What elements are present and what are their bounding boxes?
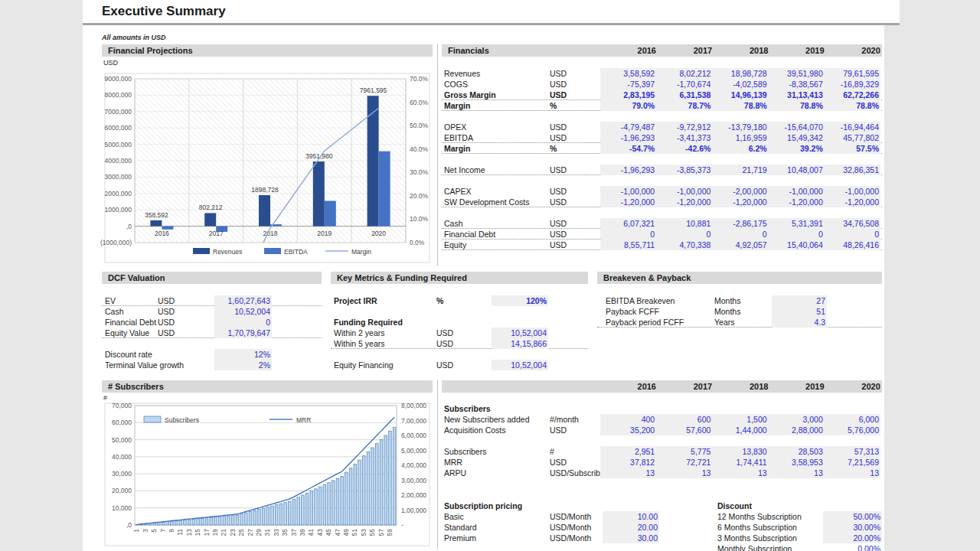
cell-value[interactable]: 62,72,266 [825, 90, 880, 100]
cell-value[interactable]: 30.00% [823, 522, 882, 533]
cell-value[interactable]: -75,397 [600, 79, 656, 90]
cell-value[interactable]: -1,20,000 [769, 197, 825, 207]
cell-value[interactable]: -4,02,589 [712, 79, 768, 90]
cell-value[interactable]: 2,951 [600, 446, 656, 457]
cell-value[interactable]: 10,52,004 [214, 306, 272, 317]
cell-value[interactable]: 4.3 [772, 317, 827, 328]
cell-value[interactable]: -42.6% [656, 143, 712, 154]
cell-value[interactable]: 7,21,569 [825, 457, 880, 468]
cell-value[interactable]: 10.00 [603, 511, 659, 522]
cell-value[interactable]: 15,40,064 [769, 240, 825, 250]
cell-value[interactable]: 14,15,866 [492, 338, 548, 349]
cell-value[interactable]: 10,48,007 [769, 165, 825, 175]
cell-value[interactable]: 15,49,342 [769, 132, 825, 143]
cell-value[interactable]: 13,830 [712, 446, 768, 457]
cell-value[interactable]: -15,64,070 [769, 122, 825, 132]
cell-value[interactable]: 35,200 [600, 425, 656, 435]
cell-value[interactable]: 13 [769, 468, 825, 478]
cell-value[interactable]: -1,70,674 [656, 79, 712, 90]
cell-value[interactable]: 13 [600, 468, 656, 478]
cell-value[interactable]: -3,41,373 [656, 132, 712, 143]
cell-value[interactable]: 39,51,980 [769, 68, 825, 79]
cell-value[interactable]: -13,79,180 [712, 122, 768, 132]
cell-value[interactable]: -1,20,000 [600, 197, 656, 207]
cell-value[interactable]: -1,00,000 [600, 186, 656, 197]
cell-value[interactable]: 4,70,338 [656, 240, 712, 250]
cell-value[interactable]: 20.00% [823, 533, 882, 543]
cell-value[interactable]: 0 [712, 229, 768, 240]
cell-value[interactable]: 14,96,139 [712, 90, 768, 100]
cell-value[interactable]: 6,000 [825, 414, 880, 425]
cell-value[interactable]: 28,503 [769, 446, 825, 457]
cell-value[interactable]: -1,00,000 [825, 186, 880, 197]
cell-value[interactable]: 1,500 [712, 414, 768, 425]
cell-value[interactable]: 5,31,391 [769, 218, 825, 229]
cell-value[interactable]: 37,812 [600, 457, 656, 468]
cell-value[interactable]: 57.5% [825, 143, 880, 154]
cell-value[interactable]: -3,85,373 [656, 165, 712, 175]
cell-value[interactable]: 20.00 [603, 522, 659, 533]
cell-value[interactable]: 120% [492, 295, 548, 306]
cell-value[interactable]: 1,60,27,643 [214, 295, 272, 306]
cell-value[interactable]: 0 [600, 229, 656, 240]
cell-value[interactable]: 1,16,959 [712, 132, 768, 143]
cell-value[interactable]: -1,00,000 [769, 186, 825, 197]
cell-value[interactable]: -1,96,293 [600, 165, 656, 175]
cell-value[interactable]: 0 [825, 229, 880, 240]
cell-value[interactable]: 3,58,953 [769, 457, 825, 468]
cell-value[interactable]: 78.8% [825, 100, 880, 111]
cell-value[interactable]: 6,31,538 [656, 90, 712, 100]
cell-value[interactable]: -1,96,293 [600, 132, 656, 143]
cell-value[interactable]: -1,20,000 [656, 197, 712, 207]
cell-value[interactable]: 8,55,711 [600, 240, 656, 250]
cell-value[interactable]: 30.00 [603, 533, 659, 543]
cell-value[interactable]: 6,07,321 [600, 218, 656, 229]
cell-value[interactable]: 0 [769, 229, 825, 240]
cell-value[interactable]: 31,13,413 [769, 90, 825, 100]
cell-value[interactable]: 3,000 [769, 414, 825, 425]
cell-value[interactable]: 10,881 [656, 218, 712, 229]
cell-value[interactable]: 32,86,351 [825, 165, 880, 175]
cell-value[interactable]: -9,72,912 [656, 122, 712, 132]
cell-value[interactable]: 0 [214, 317, 272, 328]
cell-value[interactable]: 10,52,004 [492, 360, 548, 370]
cell-value[interactable]: 18,98,728 [712, 68, 768, 79]
cell-value[interactable]: 600 [656, 414, 712, 425]
cell-value[interactable]: 400 [600, 414, 656, 425]
cell-value[interactable]: -4,79,487 [600, 122, 656, 132]
cell-value[interactable]: 45,77,802 [825, 132, 880, 143]
cell-value[interactable]: -54.7% [600, 143, 656, 154]
cell-value[interactable]: 13 [712, 468, 768, 478]
cell-value[interactable]: 1,70,79,647 [214, 328, 272, 338]
cell-value[interactable]: -2,86,175 [712, 218, 768, 229]
cell-value[interactable]: -1,00,000 [656, 186, 712, 197]
cell-value[interactable]: 5,775 [656, 446, 712, 457]
cell-value[interactable]: 39.2% [769, 143, 825, 154]
cell-value[interactable]: -1,20,000 [712, 197, 768, 207]
cell-value[interactable]: 27 [772, 295, 827, 306]
cell-value[interactable]: 5,76,000 [825, 425, 880, 435]
cell-value[interactable]: -16,94,464 [825, 122, 880, 132]
cell-value[interactable]: 79.0% [600, 100, 656, 111]
cell-value[interactable]: 1,74,411 [712, 457, 768, 468]
cell-value[interactable]: 12% [214, 349, 272, 360]
cell-value[interactable]: 78.8% [712, 100, 768, 111]
cell-value[interactable]: 57,313 [825, 446, 880, 457]
cell-value[interactable]: 78.8% [769, 100, 825, 111]
cell-value[interactable]: 13 [825, 468, 880, 478]
cell-value[interactable]: -2,00,000 [712, 186, 768, 197]
cell-value[interactable]: 4,92,057 [712, 240, 768, 250]
cell-value[interactable]: 2,83,195 [600, 90, 656, 100]
cell-value[interactable]: 50.00% [823, 511, 882, 522]
cell-value[interactable]: -16,89,329 [825, 79, 880, 90]
cell-value[interactable]: 13 [656, 468, 712, 478]
cell-value[interactable]: 34,76,508 [825, 218, 880, 229]
cell-value[interactable]: 2,88,000 [769, 425, 825, 435]
cell-value[interactable]: 78.7% [656, 100, 712, 111]
cell-value[interactable]: 57,600 [656, 425, 712, 435]
cell-value[interactable]: 2% [214, 360, 272, 370]
cell-value[interactable]: -1,20,000 [825, 197, 880, 207]
cell-value[interactable]: 0.00% [823, 543, 882, 551]
cell-value[interactable]: 3,58,592 [600, 68, 656, 79]
cell-value[interactable]: 10,52,004 [492, 328, 548, 338]
